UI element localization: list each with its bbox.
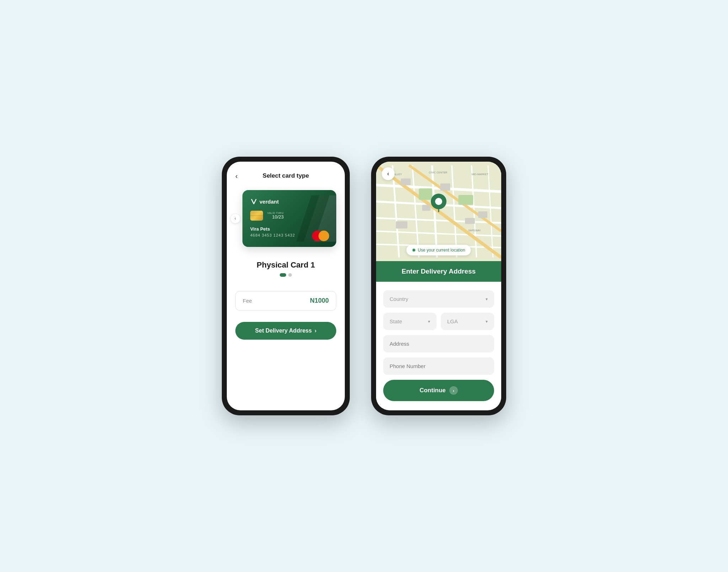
state-lga-row: State ▾ LGA ▾ [383,313,494,330]
mastercard-orange-circle [318,231,329,241]
phone1-title: Select card type [235,172,336,179]
svg-rect-18 [459,195,473,205]
delivery-form: Country ▾ State ▾ LGA ▾ [376,282,501,408]
phone-2-screen: HAYES VALLEY CIVIC CENTER MID-MARKET SAF… [376,162,501,410]
state-chevron-icon: ▾ [428,319,430,324]
address-field-wrapper [383,335,494,352]
lga-placeholder: LGA [447,318,458,324]
phone-input[interactable] [390,363,488,369]
carousel-dot-2[interactable] [288,273,292,277]
use-location-dot-icon [412,248,416,252]
phone-2-frame: HAYES VALLEY CIVIC CENTER MID-MARKET SAF… [371,157,506,415]
card-valid-thru: VALID THRU 10/23 [267,212,284,220]
svg-rect-24 [465,218,475,224]
map-container: HAYES VALLEY CIVIC CENTER MID-MARKET SAF… [376,162,501,261]
use-location-label: Use your current location [418,248,465,253]
svg-text:CIVIC CENTER: CIVIC CENTER [429,171,447,174]
fee-box: Fee N1000 [235,291,336,311]
svg-rect-20 [422,205,430,211]
svg-rect-19 [401,178,411,185]
valid-thru-date: 10/23 [267,214,284,220]
verdant-logo-icon [250,198,257,205]
card-chip-row: VALID THRU 10/23 [250,211,328,221]
country-dropdown[interactable]: Country ▾ [383,290,494,308]
delivery-address-header: Enter Delivery Address [376,261,501,282]
svg-rect-17 [419,188,432,200]
fee-value: N1000 [310,297,329,304]
credit-card: verdant VALID THRU 10/23 Vira Pets 4684 … [242,190,336,247]
phone1-back-button[interactable]: ‹ [235,172,238,180]
delivery-btn-arrow-icon: › [315,328,316,334]
map-back-icon: ‹ [387,171,389,177]
fee-label: Fee [243,298,252,304]
state-dropdown[interactable]: State ▾ [383,313,437,330]
continue-arrow-icon: › [449,386,458,395]
carousel-dot-1[interactable] [280,273,286,277]
svg-rect-21 [440,183,450,190]
lga-chevron-icon: ▾ [486,319,488,324]
card-logo: verdant [250,198,328,205]
country-chevron-icon: ▾ [486,297,488,302]
card-dots [227,273,345,277]
country-placeholder: Country [390,296,408,302]
delivery-btn-label: Set Delivery Address [255,328,312,334]
carousel-prev-button[interactable]: ‹ [230,214,240,223]
use-current-location-button[interactable]: Use your current location [406,245,471,255]
card-chip [250,211,263,221]
svg-point-30 [435,198,442,205]
valid-thru-label: VALID THRU [267,212,284,214]
card-brand-name: verdant [259,199,279,205]
delivery-address-title: Enter Delivery Address [402,268,476,275]
phone-field-wrapper [383,357,494,375]
continue-label: Continue [419,387,446,394]
mastercard-logo [312,231,329,241]
state-placeholder: State [390,318,402,324]
map-location-pin [431,194,446,214]
phone-1-screen: ‹ Select card type ‹ [227,162,345,410]
svg-rect-22 [478,211,487,218]
card-carousel: ‹ verdant [227,187,345,254]
address-input[interactable] [390,341,488,347]
svg-rect-23 [396,221,407,228]
continue-button[interactable]: Continue › [383,380,494,401]
page-wrapper: ‹ Select card type ‹ [168,157,560,415]
lga-dropdown[interactable]: LGA ▾ [441,313,494,330]
card-label: Physical Card 1 [227,260,345,270]
phone-1-frame: ‹ Select card type ‹ [222,157,350,415]
phone1-header: ‹ Select card type [227,162,345,187]
set-delivery-address-button[interactable]: Set Delivery Address › [235,322,336,340]
svg-text:SAFEWAY: SAFEWAY [468,229,481,232]
svg-text:MID-MARKET: MID-MARKET [472,173,488,176]
map-back-button[interactable]: ‹ [382,167,395,180]
fee-section: Fee N1000 [227,277,345,316]
